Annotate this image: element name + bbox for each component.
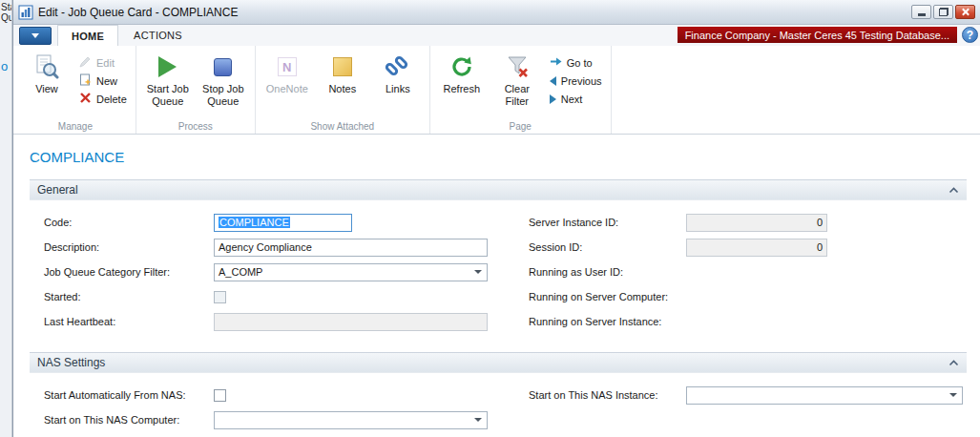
description-label: Description: — [44, 241, 214, 253]
nas-settings-section-header[interactable]: NAS Settings — [30, 352, 967, 373]
chevron-down-icon[interactable] — [474, 270, 482, 274]
delete-icon — [79, 92, 92, 106]
next-button[interactable]: Next — [546, 91, 606, 107]
new-button[interactable]: New — [75, 73, 131, 89]
application-menu-button[interactable] — [19, 27, 52, 45]
delete-button[interactable]: Delete — [75, 91, 131, 107]
new-icon — [79, 73, 92, 88]
running-on-server-instance-label: Running on Server Instance: — [529, 316, 686, 327]
ribbon-tab-row: HOME ACTIONS Finance Company - Master Ce… — [13, 25, 980, 46]
ribbon-group-page: Refresh Clear Filter — [430, 46, 612, 134]
restore-icon — [939, 8, 949, 16]
close-icon — [961, 8, 970, 16]
page-title: COMPLIANCE — [30, 149, 967, 165]
go-to-icon — [550, 56, 562, 69]
running-as-user-id-label: Running as User ID: — [529, 266, 686, 278]
job-queue-category-filter-combobox[interactable]: A_COMP — [214, 263, 488, 281]
refresh-icon — [450, 51, 473, 83]
view-icon — [34, 51, 59, 83]
stop-icon — [214, 51, 232, 83]
edit-label: Edit — [96, 57, 115, 69]
start-on-this-nas-instance-combobox[interactable] — [686, 386, 963, 405]
window-controls — [911, 5, 975, 19]
last-heartbeat-label: Last Heartbeat: — [44, 316, 214, 327]
stop-job-queue-button[interactable]: Stop Job Queue — [197, 48, 250, 118]
tab-home[interactable]: HOME — [57, 25, 118, 46]
clear-filter-button[interactable]: Clear Filter — [490, 48, 544, 118]
code-input[interactable]: COMPLIANCE — [214, 214, 352, 232]
previous-button[interactable]: Previous — [546, 73, 606, 89]
edit-icon — [79, 55, 92, 70]
general-section-title: General — [37, 183, 78, 197]
group-label-page: Page — [435, 118, 606, 134]
help-icon[interactable]: ? — [962, 27, 978, 43]
edit-button[interactable]: Edit — [75, 54, 131, 71]
code-label: Code: — [44, 217, 214, 228]
collapse-chevron-icon[interactable] — [949, 360, 959, 366]
chevron-down-icon[interactable] — [949, 393, 957, 397]
start-on-this-nas-computer-label: Start on This NAS Computer: — [44, 414, 214, 426]
background-text-fragment: Qu — [1, 12, 12, 23]
start-job-queue-label: Start Job Queue — [147, 83, 189, 108]
background-text-fragment: Sta — [1, 2, 12, 12]
page-content: COMPLIANCE General Code: COMPLIANCE — [13, 135, 980, 437]
go-to-button[interactable]: Go to — [546, 54, 606, 71]
next-label: Next — [561, 94, 583, 105]
started-checkbox[interactable] — [214, 291, 226, 303]
restore-button[interactable] — [933, 5, 953, 19]
general-section-header[interactable]: General — [30, 179, 967, 200]
view-button[interactable]: View — [20, 48, 73, 118]
links-label: Links — [386, 83, 410, 95]
group-label-process: Process — [141, 118, 250, 134]
clear-filter-icon — [506, 51, 529, 83]
page-small-buttons: Go to Previous Next — [546, 48, 606, 118]
manage-small-buttons: Edit New — [75, 48, 131, 118]
stop-job-queue-label: Stop Job Queue — [202, 83, 243, 108]
onenote-icon: N — [278, 51, 297, 83]
last-heartbeat-input — [214, 313, 488, 331]
nas-settings-section-title: NAS Settings — [37, 356, 105, 369]
group-label-manage: Manage — [20, 118, 131, 134]
group-label-show-attached: Show Attached — [261, 118, 425, 134]
job-queue-category-filter-label: Job Queue Category Filter: — [44, 266, 214, 278]
go-to-label: Go to — [567, 57, 593, 69]
start-icon — [158, 51, 177, 83]
ribbon-group-process: Start Job Queue Stop Job Queue Process — [136, 46, 256, 134]
minimize-icon — [918, 13, 926, 16]
chevron-down-icon[interactable] — [474, 418, 482, 422]
company-badge: Finance Company - Master Ceres 45 Testin… — [678, 27, 957, 43]
app-icon — [18, 5, 33, 20]
code-selected-text: COMPLIANCE — [219, 217, 290, 228]
notes-button[interactable]: Notes — [316, 48, 369, 118]
server-instance-id-label: Server Instance ID: — [529, 217, 686, 228]
start-on-this-nas-computer-combobox[interactable] — [214, 411, 488, 429]
links-icon — [386, 51, 409, 83]
refresh-button[interactable]: Refresh — [435, 48, 489, 118]
general-section-body: Code: COMPLIANCE Description: Agency Com… — [30, 200, 967, 345]
chevron-down-icon — [31, 33, 39, 38]
delete-label: Delete — [96, 94, 127, 105]
notes-icon — [333, 51, 352, 83]
start-automatically-from-nas-checkbox[interactable] — [214, 389, 226, 402]
collapse-chevron-icon[interactable] — [949, 187, 959, 194]
clear-filter-label: Clear Filter — [505, 83, 530, 108]
background-window-strip: Sta Qu o — [0, 0, 12, 437]
close-button[interactable] — [955, 5, 975, 19]
new-label: New — [96, 75, 117, 87]
running-on-server-computer-label: Running on Server Computer: — [529, 291, 686, 302]
onenote-button[interactable]: N OneNote — [261, 48, 314, 118]
previous-label: Previous — [561, 75, 602, 87]
window-title: Edit - Job Queue Card - COMPLIANCE — [38, 6, 238, 19]
ribbon: View Edit — [13, 46, 980, 135]
ribbon-group-manage: View Edit — [15, 46, 136, 134]
ribbon-group-show-attached: N OneNote Notes Links Show Attached — [256, 46, 430, 134]
previous-icon — [550, 76, 556, 86]
start-job-queue-button[interactable]: Start Job Queue — [141, 48, 195, 118]
next-icon — [550, 94, 556, 104]
description-input[interactable]: Agency Compliance — [214, 239, 488, 257]
tab-actions[interactable]: ACTIONS — [120, 25, 196, 46]
minimize-button[interactable] — [911, 5, 931, 19]
links-button[interactable]: Links — [371, 48, 425, 118]
notes-label: Notes — [328, 83, 356, 95]
background-text-fragment: o — [1, 59, 8, 73]
